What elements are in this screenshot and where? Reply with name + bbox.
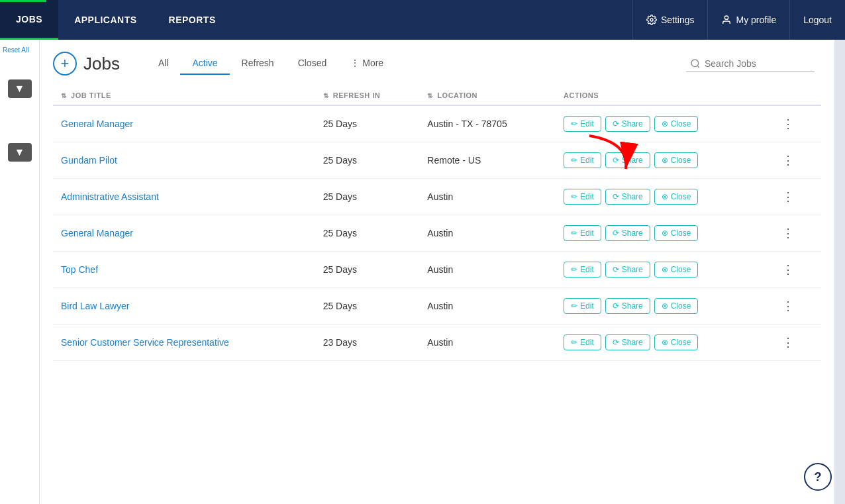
- more-options-button[interactable]: ⋮: [778, 334, 798, 351]
- search-input[interactable]: [705, 58, 811, 69]
- location-cell: Austin: [419, 215, 556, 252]
- jobs-title: Jobs: [83, 54, 120, 74]
- share-icon: ⟳: [613, 192, 619, 201]
- share-button[interactable]: ⟳ Share: [605, 116, 650, 132]
- nav-applicants[interactable]: APPLICANTS: [58, 0, 152, 40]
- search-box: [686, 56, 815, 72]
- close-button[interactable]: ⊗ Close: [654, 189, 699, 205]
- job-title-link[interactable]: Administrative Assistant: [61, 191, 159, 202]
- tab-closed[interactable]: Closed: [286, 52, 339, 75]
- actions-cell: ✏ Edit⟳ Share⊗ Close: [556, 142, 770, 179]
- actions-cell: ✏ Edit⟳ Share⊗ Close: [556, 179, 770, 215]
- more-options-cell: ⋮: [770, 215, 821, 252]
- job-title-link[interactable]: General Manager: [61, 119, 133, 129]
- location-cell: Remote - US: [419, 142, 556, 179]
- close-button[interactable]: ⊗ Close: [654, 262, 699, 277]
- logout-label: Logout: [803, 15, 832, 25]
- more-options-button[interactable]: ⋮: [778, 115, 798, 132]
- edit-icon: ✏: [571, 119, 577, 128]
- edit-icon: ✏: [571, 192, 577, 201]
- tab-more[interactable]: ⋮ More: [338, 52, 395, 75]
- share-button[interactable]: ⟳ Share: [605, 225, 650, 241]
- more-options-button[interactable]: ⋮: [778, 225, 798, 242]
- col-location[interactable]: ⇅ LOCATION: [419, 86, 556, 105]
- close-icon: ⊗: [662, 119, 668, 128]
- share-button[interactable]: ⟳ Share: [605, 189, 650, 205]
- more-options-button[interactable]: ⋮: [778, 297, 798, 315]
- edit-button[interactable]: ✏ Edit: [564, 152, 601, 168]
- more-options-button[interactable]: ⋮: [778, 152, 798, 169]
- close-button[interactable]: ⊗ Close: [654, 152, 699, 168]
- table-row: General Manager25 DaysAustin✏ Edit⟳ Shar…: [53, 215, 821, 252]
- edit-button[interactable]: ✏ Edit: [564, 334, 601, 350]
- logout-nav-item[interactable]: Logout: [789, 0, 845, 40]
- tab-all[interactable]: All: [146, 52, 181, 75]
- location-cell: Austin: [419, 325, 556, 361]
- table-row: Senior Customer Service Representative23…: [53, 325, 821, 361]
- svg-point-2: [691, 60, 699, 67]
- close-button[interactable]: ⊗ Close: [654, 334, 699, 350]
- job-title-link[interactable]: Senior Customer Service Representative: [61, 337, 229, 348]
- job-title-link[interactable]: Bird Law Lawyer: [61, 301, 130, 311]
- progress-bar: [0, 0, 46, 2]
- close-icon: ⊗: [662, 265, 668, 274]
- filter-tabs: All Active Refresh Closed ⋮ More: [146, 52, 815, 75]
- search-icon: [690, 58, 701, 69]
- left-panel-arrow-2[interactable]: ▼: [8, 143, 32, 162]
- share-icon: ⟳: [613, 265, 619, 274]
- job-title-link[interactable]: Gundam Pilot: [61, 155, 117, 166]
- close-button[interactable]: ⊗ Close: [654, 225, 699, 241]
- settings-nav-item[interactable]: Settings: [632, 0, 708, 40]
- refresh-in-cell: 25 Days: [315, 215, 420, 252]
- more-options-cell: ⋮: [770, 179, 821, 215]
- share-icon: ⟳: [613, 228, 619, 238]
- edit-icon: ✏: [571, 338, 577, 347]
- edit-button[interactable]: ✏ Edit: [564, 116, 601, 132]
- actions-cell: ✏ Edit⟳ Share⊗ Close: [556, 105, 770, 142]
- close-button[interactable]: ⊗ Close: [654, 116, 699, 132]
- nav-reports[interactable]: REPORTS: [153, 0, 232, 40]
- edit-button[interactable]: ✏ Edit: [564, 225, 601, 241]
- more-options-button[interactable]: ⋮: [778, 261, 798, 278]
- edit-button[interactable]: ✏ Edit: [564, 262, 601, 277]
- col-job-title[interactable]: ⇅ JOB TITLE: [53, 86, 315, 105]
- edit-button[interactable]: ✏ Edit: [564, 189, 601, 205]
- actions-cell: ✏ Edit⟳ Share⊗ Close: [556, 215, 770, 252]
- close-button[interactable]: ⊗ Close: [654, 298, 699, 314]
- share-button[interactable]: ⟳ Share: [605, 152, 650, 168]
- share-button[interactable]: ⟳ Share: [605, 298, 650, 314]
- add-job-button[interactable]: +: [53, 52, 77, 76]
- table-row: Administrative Assistant25 DaysAustin✏ E…: [53, 179, 821, 215]
- edit-icon: ✏: [571, 156, 577, 165]
- edit-icon: ✏: [571, 265, 577, 274]
- tab-active[interactable]: Active: [180, 52, 229, 75]
- job-title-link[interactable]: Top Chef: [61, 264, 98, 275]
- tab-refresh[interactable]: Refresh: [230, 52, 286, 75]
- nav-right-group: Settings My profile Logout: [632, 0, 845, 40]
- share-icon: ⟳: [613, 338, 619, 347]
- svg-point-0: [650, 19, 653, 21]
- nav-jobs[interactable]: JOBS: [0, 0, 58, 40]
- job-title-link[interactable]: General Manager: [61, 228, 133, 238]
- help-button[interactable]: ?: [804, 463, 832, 491]
- col-refresh-in[interactable]: ⇅ REFRESH IN: [315, 86, 420, 105]
- sort-icon-location: ⇅: [427, 92, 433, 99]
- right-scrollbar[interactable]: [834, 40, 845, 504]
- edit-button[interactable]: ✏ Edit: [564, 298, 601, 314]
- my-profile-nav-item[interactable]: My profile: [707, 0, 789, 40]
- share-button[interactable]: ⟳ Share: [605, 334, 650, 350]
- share-button[interactable]: ⟳ Share: [605, 262, 650, 277]
- more-options-button[interactable]: ⋮: [778, 188, 798, 205]
- question-mark-icon: ?: [815, 470, 822, 484]
- chevron-down-icon-2: ▼: [15, 146, 25, 158]
- my-profile-label: My profile: [736, 15, 776, 25]
- top-navigation: JOBS APPLICANTS REPORTS Settings My prof…: [0, 0, 845, 40]
- reset-all-button[interactable]: Reset All: [0, 45, 31, 55]
- location-cell: Austin: [419, 179, 556, 215]
- refresh-in-cell: 25 Days: [315, 288, 420, 325]
- more-options-cell: ⋮: [770, 142, 821, 179]
- edit-icon: ✏: [571, 301, 577, 311]
- gear-icon: [646, 15, 657, 25]
- refresh-in-cell: 25 Days: [315, 105, 420, 142]
- left-panel-arrow-1[interactable]: ▼: [8, 79, 32, 98]
